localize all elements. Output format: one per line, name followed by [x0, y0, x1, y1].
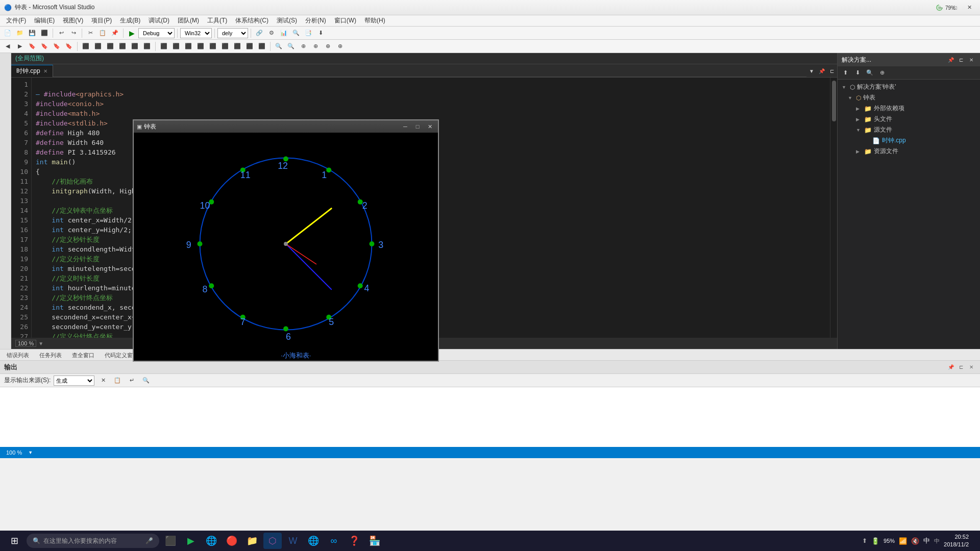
- clock-window[interactable]: ▣ 钟表 ─ □ ✕: [133, 119, 439, 362]
- se-tb3[interactable]: 🔍: [864, 67, 875, 79]
- tree-ext-deps[interactable]: ▶ 📁 外部依赖项: [840, 103, 978, 114]
- tabs-dropdown[interactable]: ▼: [806, 65, 817, 77]
- taskbar-app-edge[interactable]: 🌐: [202, 533, 220, 549]
- output-autohide-btn[interactable]: ⊏: [957, 363, 966, 372]
- tb2-btn23[interactable]: 🔍: [285, 41, 297, 52]
- tb2-btn4[interactable]: 🔖: [39, 41, 50, 52]
- tb2-btn17[interactable]: ⬛: [207, 41, 218, 52]
- copy-btn[interactable]: 📋: [97, 28, 108, 39]
- tb2-btn27[interactable]: ⊕: [334, 41, 346, 52]
- se-autohide-btn[interactable]: ⊏: [957, 55, 966, 64]
- auto-hide-btn[interactable]: ⊏: [827, 65, 837, 77]
- taskbar-search-box[interactable]: 🔍 在这里输入你要搜索的内容 🎤: [27, 534, 159, 548]
- tb2-btn15[interactable]: ⬛: [183, 41, 194, 52]
- language-indicator[interactable]: 中: [923, 536, 930, 545]
- tree-project[interactable]: ▼ ⬡ 钟表: [840, 92, 978, 103]
- tb2-btn22[interactable]: 🔍: [273, 41, 284, 52]
- mute-icon[interactable]: 🔇: [911, 537, 919, 545]
- taskbar-app-infinity[interactable]: ∞: [325, 533, 343, 549]
- btm-tab-errors[interactable]: 错误列表: [2, 350, 34, 360]
- tb2-btn21[interactable]: ⬛: [256, 41, 267, 52]
- target-select[interactable]: dely: [217, 28, 248, 38]
- se-pin-btn[interactable]: 📌: [946, 55, 955, 64]
- taskbar-clock[interactable]: 20:52 2018/11/2: [944, 533, 969, 549]
- network-icon[interactable]: 📶: [899, 537, 907, 545]
- tb2-btn18[interactable]: ⬛: [219, 41, 231, 52]
- tb2-btn7[interactable]: ⬛: [80, 41, 91, 52]
- tb2-btn5[interactable]: 🔖: [51, 41, 62, 52]
- tb2-btn6[interactable]: 🔖: [63, 41, 75, 52]
- tb2-btn20[interactable]: ⬛: [244, 41, 255, 52]
- save-btn[interactable]: 💾: [27, 28, 38, 39]
- zoom-level[interactable]: 100 %: [15, 340, 36, 347]
- tb2-btn25[interactable]: ⊕: [310, 41, 321, 52]
- se-tb2[interactable]: ⬇: [852, 67, 863, 79]
- attach-btn[interactable]: 🔗: [254, 28, 265, 39]
- tb-btn8[interactable]: 📊: [278, 28, 289, 39]
- start-btn[interactable]: ▶: [126, 28, 137, 39]
- se-tb4[interactable]: ⊕: [876, 67, 888, 79]
- menu-test[interactable]: 测试(S): [273, 15, 301, 26]
- output-clear-btn[interactable]: ✕: [97, 375, 109, 386]
- tree-resources[interactable]: ▶ 📁 资源文件: [840, 146, 978, 157]
- tb2-btn1[interactable]: ◀: [2, 41, 13, 52]
- tb-btn7[interactable]: ⚙: [266, 28, 277, 39]
- menu-tools[interactable]: 工具(T): [203, 15, 231, 26]
- save-all-btn[interactable]: ⬛: [39, 28, 50, 39]
- tb2-btn11[interactable]: ⬛: [129, 41, 140, 52]
- taskbar-app-vs[interactable]: ⬡: [263, 533, 282, 549]
- tree-solution[interactable]: ▼ ⬡ 解决方案'钟表': [840, 82, 978, 92]
- tb2-btn16[interactable]: ⬛: [195, 41, 206, 52]
- tb2-btn9[interactable]: ⬛: [105, 41, 116, 52]
- tb2-btn24[interactable]: ⊕: [298, 41, 309, 52]
- tb2-btn14[interactable]: ⬛: [170, 41, 182, 52]
- status-zoom[interactable]: 100 %: [4, 449, 24, 456]
- menu-file[interactable]: 文件(F): [2, 15, 30, 26]
- output-wrap-btn[interactable]: ↵: [126, 375, 137, 386]
- tb-btn9[interactable]: 🔍: [290, 28, 302, 39]
- taskbar-app-unknown[interactable]: ❓: [345, 533, 363, 549]
- tb2-btn19[interactable]: ⬛: [232, 41, 243, 52]
- output-close-btn[interactable]: ✕: [967, 363, 976, 372]
- menu-arch[interactable]: 体系结构(C): [231, 15, 273, 26]
- tb-btn11[interactable]: ⬇: [315, 28, 326, 39]
- taskbar-app-word[interactable]: W: [284, 533, 302, 549]
- status-zoom-dropdown[interactable]: ▼: [28, 450, 33, 455]
- taskbar-app-store[interactable]: 🏪: [365, 533, 384, 549]
- battery-icon[interactable]: 🔋: [871, 537, 879, 545]
- se-tb1[interactable]: ⬆: [840, 67, 851, 79]
- start-menu-button[interactable]: ⊞: [4, 533, 24, 549]
- se-close-btn[interactable]: ✕: [967, 55, 976, 64]
- tb2-btn8[interactable]: ⬛: [92, 41, 104, 52]
- tb-btn10[interactable]: 📑: [303, 28, 314, 39]
- output-pin-btn[interactable]: 📌: [946, 363, 955, 372]
- solution-explorer-pin[interactable]: 📌: [817, 65, 827, 77]
- btm-tab-tasks[interactable]: 任务列表: [35, 350, 66, 360]
- open-btn[interactable]: 📁: [14, 28, 26, 39]
- clock-minimize-btn[interactable]: ─: [400, 122, 410, 131]
- tree-timecpp[interactable]: 📄 时钟.cpp: [840, 135, 978, 146]
- notification-btn[interactable]: |: [973, 533, 976, 549]
- zoom-dropdown[interactable]: ▼: [38, 341, 43, 346]
- btm-tab-findall[interactable]: 查全窗口: [67, 350, 99, 360]
- tb2-btn2[interactable]: ▶: [14, 41, 26, 52]
- tree-headers[interactable]: ▶ 📁 头文件: [840, 114, 978, 124]
- task-view-btn[interactable]: ⬛: [161, 533, 180, 549]
- tb2-btn13[interactable]: ⬛: [158, 41, 169, 52]
- menu-window[interactable]: 窗口(W): [330, 15, 360, 26]
- taskbar-app-files[interactable]: 📁: [243, 533, 261, 549]
- menu-help[interactable]: 帮助(H): [360, 15, 389, 26]
- menu-edit[interactable]: 编辑(E): [30, 15, 59, 26]
- platform-select[interactable]: Win32 x64: [180, 28, 212, 38]
- paste-btn[interactable]: 📌: [109, 28, 120, 39]
- tb2-btn26[interactable]: ⊕: [322, 41, 333, 52]
- taskbar-app-niudan[interactable]: 🔴: [223, 533, 241, 549]
- taskbar-app-media[interactable]: ▶: [182, 533, 200, 549]
- clock-close-btn[interactable]: ✕: [425, 122, 435, 131]
- output-copy-btn[interactable]: 📋: [112, 375, 123, 386]
- vertical-scrollbar[interactable]: [830, 78, 837, 338]
- close-button[interactable]: ✕: [963, 3, 976, 13]
- undo-btn[interactable]: ↩: [56, 28, 67, 39]
- tb2-btn12[interactable]: ⬛: [141, 41, 153, 52]
- tb2-btn10[interactable]: ⬛: [117, 41, 128, 52]
